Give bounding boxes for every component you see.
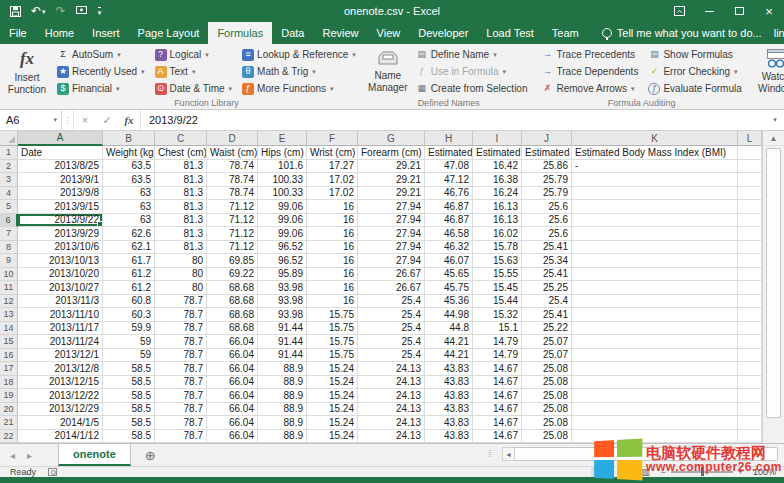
cell-D7[interactable]: 71.12: [207, 227, 258, 241]
tab-home[interactable]: Home: [36, 22, 83, 44]
row-header-18[interactable]: 18: [0, 376, 18, 390]
cell-B14[interactable]: 59.9: [103, 322, 155, 336]
cell-F11[interactable]: 16: [307, 281, 358, 295]
name-manager-button[interactable]: Name Manager: [365, 46, 411, 93]
minimize-button[interactable]: [694, 0, 724, 22]
customize-quick-access-button[interactable]: ▾: [97, 7, 102, 16]
cell-J3[interactable]: 25.79: [522, 173, 572, 187]
cell-G12[interactable]: 25.4: [358, 295, 425, 309]
cell-I11[interactable]: 15.45: [473, 281, 522, 295]
cell-K21[interactable]: [572, 416, 738, 430]
cell-L5[interactable]: [738, 200, 762, 214]
touch-mode-button[interactable]: [76, 6, 87, 16]
tell-me-box[interactable]: Tell me what you want to do...: [602, 22, 762, 44]
cell-C17[interactable]: 78.7: [155, 362, 207, 376]
cell-L21[interactable]: [738, 416, 762, 430]
cell-K14[interactable]: [572, 322, 738, 336]
cell-L8[interactable]: [738, 241, 762, 255]
cell-J22[interactable]: 25.08: [522, 430, 572, 444]
cell-E12[interactable]: 93.98: [258, 295, 307, 309]
cell-K16[interactable]: [572, 349, 738, 363]
cell-I18[interactable]: 14.67: [473, 376, 522, 390]
cell-A18[interactable]: 2013/12/15: [18, 376, 103, 390]
cell-F10[interactable]: 16: [307, 268, 358, 282]
cell-H15[interactable]: 44.21: [425, 335, 473, 349]
cell-G20[interactable]: 24.13: [358, 403, 425, 417]
cell-L6[interactable]: [738, 214, 762, 228]
cell-B3[interactable]: 63.5: [103, 173, 155, 187]
cell-F7[interactable]: 16: [307, 227, 358, 241]
cell-G1[interactable]: Forearm (cm): [358, 146, 425, 160]
cell-I14[interactable]: 15.1: [473, 322, 522, 336]
cell-I21[interactable]: 14.67: [473, 416, 522, 430]
insert-function-fx-button[interactable]: fx: [118, 114, 140, 126]
cell-J10[interactable]: 25.41: [522, 268, 572, 282]
cell-A4[interactable]: 2013/9/8: [18, 187, 103, 201]
cell-I7[interactable]: 16.02: [473, 227, 522, 241]
cell-C19[interactable]: 78.7: [155, 389, 207, 403]
cell-L1[interactable]: [738, 146, 762, 160]
cell-B10[interactable]: 61.2: [103, 268, 155, 282]
ribbon-define-name-button[interactable]: ▤Define Name▾: [413, 46, 531, 63]
cell-E5[interactable]: 99.06: [258, 200, 307, 214]
cell-F19[interactable]: 15.24: [307, 389, 358, 403]
cell-B5[interactable]: 63: [103, 200, 155, 214]
row-header-19[interactable]: 19: [0, 389, 18, 403]
cell-A12[interactable]: 2013/11/3: [18, 295, 103, 309]
cell-F17[interactable]: 15.24: [307, 362, 358, 376]
save-button[interactable]: [10, 6, 21, 17]
cell-C12[interactable]: 78.7: [155, 295, 207, 309]
cell-J12[interactable]: 25.4: [522, 295, 572, 309]
cell-G22[interactable]: 24.13: [358, 430, 425, 444]
cell-C2[interactable]: 81.3: [155, 160, 207, 174]
cell-B9[interactable]: 61.7: [103, 254, 155, 268]
cell-D13[interactable]: 68.68: [207, 308, 258, 322]
cell-L11[interactable]: [738, 281, 762, 295]
row-header-8[interactable]: 8: [0, 241, 18, 255]
row-header-4[interactable]: 4: [0, 187, 18, 201]
cell-G7[interactable]: 27.94: [358, 227, 425, 241]
cell-F9[interactable]: 16: [307, 254, 358, 268]
cell-D12[interactable]: 68.68: [207, 295, 258, 309]
cell-K10[interactable]: [572, 268, 738, 282]
cell-E7[interactable]: 99.06: [258, 227, 307, 241]
cell-D20[interactable]: 66.04: [207, 403, 258, 417]
cell-I8[interactable]: 15.78: [473, 241, 522, 255]
close-button[interactable]: ×: [754, 0, 784, 22]
cell-L7[interactable]: [738, 227, 762, 241]
cell-G19[interactable]: 24.13: [358, 389, 425, 403]
cell-J1[interactable]: Estimated: [522, 146, 572, 160]
cell-I2[interactable]: 16.42: [473, 160, 522, 174]
cell-H10[interactable]: 45.65: [425, 268, 473, 282]
cell-H4[interactable]: 46.76: [425, 187, 473, 201]
cell-G13[interactable]: 25.4: [358, 308, 425, 322]
cell-A8[interactable]: 2013/10/6: [18, 241, 103, 255]
cell-F12[interactable]: 16: [307, 295, 358, 309]
vertical-scrollbar[interactable]: ▲: [762, 131, 784, 443]
cell-H19[interactable]: 43.83: [425, 389, 473, 403]
cell-G2[interactable]: 29.21: [358, 160, 425, 174]
cell-B6[interactable]: 63: [103, 214, 155, 228]
cell-A20[interactable]: 2013/12/29: [18, 403, 103, 417]
cell-G10[interactable]: 26.67: [358, 268, 425, 282]
ribbon-math-trig-button[interactable]: θMath & Trig▾: [239, 63, 359, 80]
cell-J20[interactable]: 25.08: [522, 403, 572, 417]
cell-E15[interactable]: 91.44: [258, 335, 307, 349]
cell-I13[interactable]: 15.32: [473, 308, 522, 322]
cell-J17[interactable]: 25.08: [522, 362, 572, 376]
cell-A22[interactable]: 2014/1/12: [18, 430, 103, 444]
cell-K15[interactable]: [572, 335, 738, 349]
tab-formulas[interactable]: Formulas: [208, 22, 272, 44]
cell-A7[interactable]: 2013/9/29: [18, 227, 103, 241]
previous-sheet-icon[interactable]: ◂: [10, 450, 15, 461]
cell-H21[interactable]: 43.83: [425, 416, 473, 430]
cell-H9[interactable]: 46.07: [425, 254, 473, 268]
cell-E19[interactable]: 88.9: [258, 389, 307, 403]
next-sheet-icon[interactable]: ▸: [27, 450, 32, 461]
ribbon-remove-arrows-button[interactable]: ✗Remove Arrows▾: [539, 80, 642, 97]
cell-E18[interactable]: 88.9: [258, 376, 307, 390]
cell-J5[interactable]: 25.6: [522, 200, 572, 214]
cell-B15[interactable]: 59: [103, 335, 155, 349]
tab-team[interactable]: Team: [543, 22, 588, 44]
cell-F2[interactable]: 17.27: [307, 160, 358, 174]
